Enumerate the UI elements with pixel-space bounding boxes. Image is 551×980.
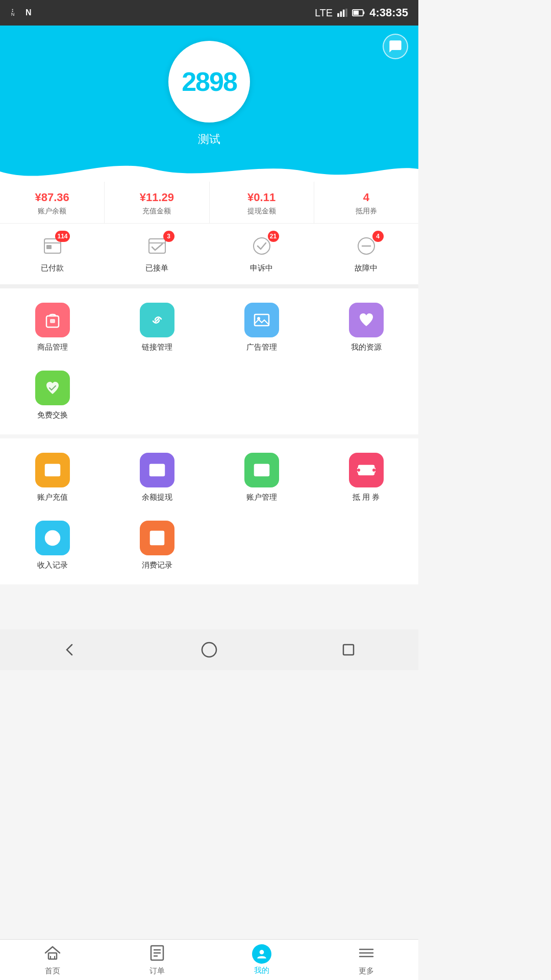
order-appeal[interactable]: 21 申诉中 [209,229,314,279]
withdraw-label: 提现金额 [247,207,276,215]
svg-text:N: N [11,12,15,17]
withdraw-value: ¥0.11 [212,191,312,204]
more-nav-icon [357,944,375,964]
tool-link-mgmt[interactable]: 链接管理 [105,293,209,361]
nav-orders[interactable]: 订单 [105,940,209,980]
coupon-value: 4 [316,191,416,204]
recharge-icon-btn [35,453,70,487]
tools-grid: 商品管理 链接管理 广告管理 [0,288,418,434]
account-manage-label: 账户管理 [246,493,277,501]
order-fault-icon-wrap: 4 [355,235,378,259]
svg-rect-17 [50,319,55,323]
home-button[interactable] [194,634,224,665]
recharge-icon [43,461,62,479]
mine-nav-icon [252,944,271,964]
expense-icon [148,529,166,547]
home-nav-icon [43,944,62,964]
account-expense[interactable]: 消费记录 [105,511,209,579]
nav-more[interactable]: 更多 [314,940,418,980]
paid-badge: 114 [55,231,69,242]
appeal-label: 申诉中 [211,263,312,273]
balance-label: 账户余额 [38,207,66,215]
tool-ad-mgmt[interactable]: 广告管理 [209,293,314,361]
fault-badge: 4 [372,231,384,242]
income-icon-btn [35,521,70,555]
svg-rect-10 [46,245,52,249]
recharge-value: ¥11.29 [107,191,207,204]
account-recharge[interactable]: 账户充值 [0,444,105,511]
username-label: 测试 [0,132,418,147]
account-withdraw[interactable]: 余额提现 [105,444,209,511]
svg-rect-1 [337,13,339,17]
tool-free-exchange[interactable]: 免费交换 [0,361,105,429]
app-logo: 2898 [182,66,237,97]
account-coupon[interactable]: % 抵 用 券 [314,444,418,511]
svg-point-53 [259,950,264,954]
coupon-label: 抵 用 券 [353,493,380,501]
recharge-label: 账户充值 [37,493,68,501]
accepted-badge: 3 [163,231,174,242]
account-manage[interactable]: 账户管理 [209,444,314,511]
fault-label: 故障中 [316,263,416,273]
account-manage-icon [253,461,271,479]
order-accepted[interactable]: 3 已接单 [105,229,209,279]
nav-home[interactable]: 首页 [0,940,105,980]
order-paid[interactable]: 114 已付款 [0,229,105,279]
svg-rect-3 [343,10,345,17]
stat-recharge[interactable]: ¥11.29 充值金额 [105,182,209,223]
tool-my-resources[interactable]: 我的资源 [314,293,418,361]
order-appeal-icon-wrap: 21 [251,235,273,259]
svg-point-13 [254,238,270,254]
appeal-badge: 21 [268,231,279,242]
home-circle-icon [200,641,218,659]
link-mgmt-label: 链接管理 [142,342,172,351]
avatar: 2898 [168,41,250,122]
expense-label: 消费记录 [142,560,172,569]
svg-rect-11 [149,239,165,253]
nav-mine[interactable]: 我的 [209,940,314,980]
free-exchange-label: 免费交换 [37,410,68,419]
stats-row: ¥87.36 账户余额 ¥11.29 充值金额 ¥0.11 提现金额 4 抵用券 [0,182,418,224]
stat-coupon[interactable]: 4 抵用券 [314,182,418,223]
coupon-icon: % [357,461,375,479]
status-time: 4:38:35 [369,6,408,19]
tools-section: 商品管理 链接管理 广告管理 [0,288,418,434]
signal-icon [337,9,348,17]
bottom-spacer [0,589,418,629]
order-fault[interactable]: 4 故障中 [314,229,418,279]
account-income[interactable]: 收入记录 [0,511,105,579]
expense-icon-btn [140,521,174,555]
ad-mgmt-icon-btn [244,303,279,337]
svg-point-32 [357,468,361,472]
status-left: N N [10,7,32,18]
status-right: LTE 4:38:35 [315,6,408,19]
android-nav [0,629,418,670]
ad-mgmt-label: 广告管理 [246,342,277,351]
image-icon [253,311,271,329]
nav-home-label: 首页 [45,966,60,976]
battery-icon [352,9,365,17]
coupon-icon-btn: % [349,453,384,487]
svg-rect-46 [48,953,57,959]
goods-mgmt-label: 商品管理 [37,342,68,351]
account-manage-icon-btn [244,453,279,487]
status-bar: N N LTE 4:38:35 [0,0,418,26]
recents-button[interactable] [333,634,364,665]
nav-orders-label: 订单 [149,966,165,976]
svg-rect-7 [354,11,359,15]
nav-mine-label: 我的 [254,966,269,975]
back-button[interactable] [55,634,85,665]
stat-withdraw[interactable]: ¥0.11 提现金额 [210,182,314,223]
account-grid: 账户充值 余额提现 [0,438,418,584]
chat-button[interactable] [383,34,408,59]
tool-goods-mgmt[interactable]: 商品管理 [0,293,105,361]
recharge-label: 充值金额 [142,207,171,215]
stat-balance[interactable]: ¥87.36 账户余额 [0,182,105,223]
svg-rect-23 [47,471,52,474]
back-icon [61,641,79,659]
svg-rect-21 [45,464,60,476]
balance-value: ¥87.36 [2,191,102,204]
heart-icon [357,311,375,329]
my-resources-icon-btn [349,303,384,337]
svg-rect-4 [345,9,347,17]
